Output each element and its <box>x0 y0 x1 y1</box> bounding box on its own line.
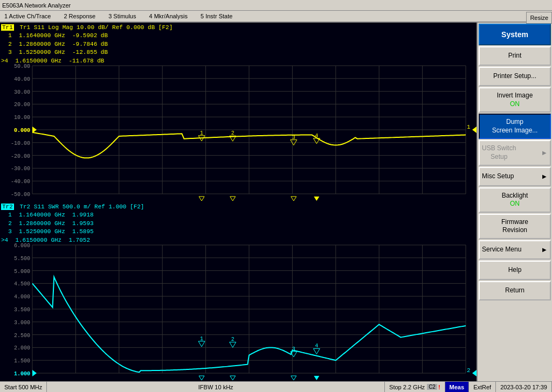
firmware-label: FirmwareRevision <box>501 218 528 235</box>
bottom-marker-2: 2 1.2860000 GHz 1.9593 <box>1 220 144 228</box>
dump-screen-button[interactable]: DumpScreen Image... <box>479 114 551 139</box>
title-text: E5063A Network Analyzer <box>2 2 71 9</box>
misc-setup-button[interactable]: Misc Setup <box>479 167 551 186</box>
bottom-marker-1: 1 1.1640000 GHz 1.9918 <box>1 211 144 219</box>
status-extref: ExtRef <box>469 382 496 392</box>
top-marker-3: 3 1.5250000 GHz -12.855 dB <box>1 48 172 57</box>
menu-mkr[interactable]: 4 Mkr/Analysis <box>147 12 190 20</box>
printer-setup-button[interactable]: Printer Setup... <box>479 67 551 86</box>
bottom-marker-4: >4 1.6150000 GHz 1.7052 <box>1 236 144 244</box>
status-start: Start 500 MHz <box>0 382 47 392</box>
invert-image-button[interactable]: Invert ImageON <box>479 87 551 113</box>
c2-indicator: C2 <box>427 384 437 390</box>
menu-bar: 1 Active Ch/Trace 2 Response 3 Stimulus … <box>0 11 552 23</box>
top-chart-wrapper: Tr1 Tr1 S11 Log Mag 10.00 dB/ Ref 0.000 … <box>0 23 477 202</box>
title-bar: E5063A Network Analyzer <box>0 0 552 11</box>
system-button[interactable]: System <box>479 24 551 45</box>
usb-switch-label: USB SwitchSetup <box>482 144 516 161</box>
backlight-button[interactable]: BacklightON <box>479 187 551 213</box>
usb-switch-button[interactable]: USB SwitchSetup <box>479 140 551 165</box>
right-panel: System Print Printer Setup... Invert Ima… <box>477 23 552 381</box>
resize-button[interactable]: Resize <box>526 12 552 24</box>
status-meas[interactable]: Meas <box>445 382 470 392</box>
menu-active-ch[interactable]: 1 Active Ch/Trace <box>2 12 53 20</box>
chart-area: Tr1 Tr1 S11 Log Mag 10.00 dB/ Ref 0.000 … <box>0 23 477 381</box>
menu-stimulus[interactable]: 3 Stimulus <box>106 12 138 20</box>
firmware-button[interactable]: FirmwareRevision <box>479 214 551 239</box>
return-button[interactable]: Return <box>479 281 551 300</box>
invert-image-label: Invert ImageON <box>497 92 533 108</box>
print-button[interactable]: Print <box>479 46 551 66</box>
top-marker-1: 1 1.1640000 GHz -9.5902 dB <box>1 32 172 40</box>
status-stop: Stop 2.2 GHz C2 ! <box>385 382 445 392</box>
menu-response[interactable]: 2 Response <box>61 12 98 20</box>
top-trace-label: Tr1 Tr1 S11 Log Mag 10.00 dB/ Ref 0.000 … <box>1 24 172 32</box>
bottom-trace-params: Tr2 S11 SWR 500.0 m/ Ref 1.000 [F2] <box>19 204 144 210</box>
tr1-badge: Tr1 <box>1 24 14 31</box>
backlight-label: BacklightON <box>502 192 528 208</box>
status-datetime: 2023-03-20 17:39 <box>496 382 552 392</box>
tr2-badge: Tr2 <box>1 204 14 210</box>
warn-indicator: ! <box>438 384 440 390</box>
dump-screen-label: DumpScreen Image... <box>492 118 538 135</box>
menu-instr-state[interactable]: 5 Instr State <box>198 12 234 20</box>
top-trace-header: Tr1 Tr1 S11 Log Mag 10.00 dB/ Ref 0.000 … <box>1 24 172 65</box>
bottom-marker-3: 3 1.5250000 GHz 1.5895 <box>1 228 144 236</box>
bottom-trace-header: Tr2 Tr2 S11 SWR 500.0 m/ Ref 1.000 [F2] … <box>1 203 144 244</box>
top-marker-2: 2 1.2860000 GHz -9.7846 dB <box>1 40 172 48</box>
top-marker-4: >4 1.6150000 GHz -11.678 dB <box>1 57 172 65</box>
service-menu-button[interactable]: Service Menu <box>479 240 551 260</box>
help-button[interactable]: Help <box>479 261 551 280</box>
bottom-chart-wrapper: Tr2 Tr2 S11 SWR 500.0 m/ Ref 1.000 [F2] … <box>0 202 477 381</box>
status-ifbw: IFBW 10 kHz <box>47 382 385 392</box>
top-trace-params: Tr1 S11 Log Mag 10.00 dB/ Ref 0.000 dB [… <box>19 24 172 31</box>
bottom-trace-label: Tr2 Tr2 S11 SWR 500.0 m/ Ref 1.000 [F2] <box>1 203 144 211</box>
status-bar: Start 500 MHz IFBW 10 kHz Stop 2.2 GHz C… <box>0 381 552 392</box>
main-content: Tr1 Tr1 S11 Log Mag 10.00 dB/ Ref 0.000 … <box>0 23 552 381</box>
